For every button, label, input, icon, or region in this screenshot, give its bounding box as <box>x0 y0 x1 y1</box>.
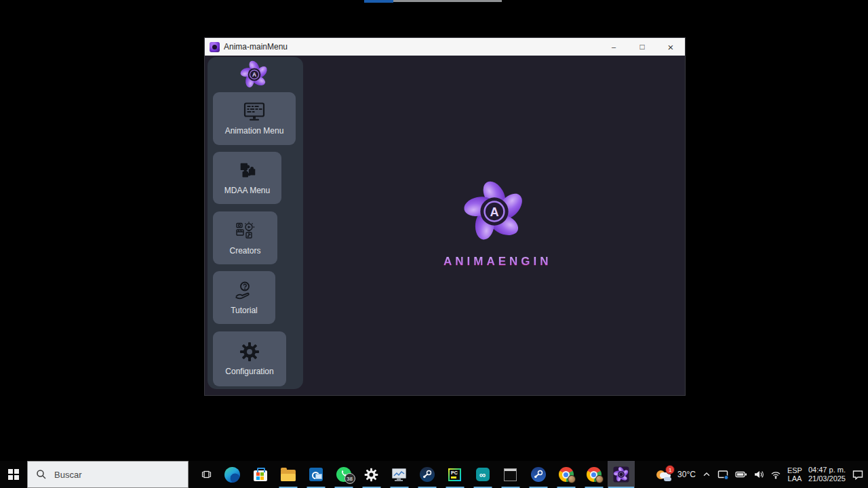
microsoft-store-icon <box>254 470 267 481</box>
taskbar-item-file-explorer[interactable] <box>274 461 302 488</box>
taskbar-item-settings[interactable] <box>357 461 385 488</box>
wifi-icon <box>770 469 781 480</box>
keyboard-layout: LAA <box>787 474 802 483</box>
animation-menu-label: Animation Menu <box>225 126 284 136</box>
anima-logo-large: A <box>462 179 527 244</box>
top-edge-strip-gray <box>393 0 502 2</box>
taskbar-item-edge[interactable] <box>218 461 246 488</box>
configuration-button[interactable]: Configuration <box>213 331 286 386</box>
weather-icon: 1 <box>656 466 673 483</box>
task-view-icon <box>201 469 212 480</box>
taskbar-item-outlook[interactable] <box>302 461 330 488</box>
configuration-label: Configuration <box>225 367 273 376</box>
pc-status-icon <box>717 469 729 480</box>
file-explorer-icon <box>281 470 296 481</box>
chrome-profile-badge <box>568 475 576 483</box>
taskbar-item-chrome[interactable] <box>552 461 580 488</box>
window-content: A Animation Menu <box>205 56 685 395</box>
minimize-button[interactable]: – <box>599 38 628 56</box>
pycharm-icon: PC <box>448 468 461 481</box>
battery-icon <box>735 469 747 480</box>
animation-menu-button[interactable]: Animation Menu <box>213 92 296 145</box>
task-view-button[interactable] <box>193 461 220 488</box>
window-title: Anima-mainMenu <box>224 42 288 52</box>
creators-label: Creators <box>229 246 260 256</box>
language-code: ESP <box>787 466 802 474</box>
taskbar-item-task-manager[interactable] <box>385 461 413 488</box>
edge-icon <box>224 467 240 483</box>
creators-button[interactable]: Creators <box>213 211 277 264</box>
steam-icon <box>420 467 435 482</box>
tray-expand-button[interactable] <box>702 470 711 479</box>
chrome-profile-badge-2 <box>595 475 604 483</box>
tray-battery[interactable] <box>735 469 747 480</box>
taskbar-app-icons: 38 <box>218 461 635 488</box>
settings-gear-icon <box>364 468 378 482</box>
clock[interactable]: 04:47 p. m. 21/03/2025 <box>808 466 846 483</box>
whatsapp-icon: 38 <box>336 467 351 482</box>
start-button[interactable] <box>0 461 27 488</box>
taskbar-item-arduino[interactable]: ∞ <box>469 461 496 488</box>
taskbar-item-whatsapp[interactable]: 38 <box>330 461 357 488</box>
taskbar-search[interactable] <box>27 461 189 488</box>
steam-icon-2 <box>531 467 546 482</box>
taskbar-item-steam[interactable] <box>413 461 441 488</box>
taskbar-item-store[interactable] <box>246 461 274 488</box>
taskbar-item-anima-active[interactable] <box>608 461 635 488</box>
close-button[interactable]: × <box>656 38 685 56</box>
whatsapp-badge: 38 <box>344 473 355 484</box>
mdaa-menu-label: MDAA Menu <box>224 186 270 195</box>
creator-tools-icon <box>234 221 257 241</box>
window-titlebar[interactable]: Anima-mainMenu – □ × <box>205 38 685 56</box>
chrome-icon <box>559 467 574 482</box>
anima-app-icon <box>210 42 220 52</box>
top-edge-strip-blue <box>364 0 393 3</box>
temperature-label: 30°C <box>677 470 696 479</box>
action-center-button[interactable] <box>852 469 864 481</box>
taskbar: 38 <box>0 461 868 488</box>
search-icon <box>36 469 47 480</box>
logo-letter-large: A <box>490 205 498 219</box>
terminal-icon <box>504 468 517 481</box>
gear-icon <box>239 342 260 362</box>
time-label: 04:47 p. m. <box>808 466 846 474</box>
puzzle-icon <box>237 161 258 181</box>
brand-name: ANIMAENGINE <box>440 255 549 268</box>
weather-widget[interactable]: 1 30°C <box>656 466 696 483</box>
arduino-icon: ∞ <box>476 468 490 481</box>
tutorial-label: Tutorial <box>231 306 258 315</box>
tutorial-button[interactable]: Tutorial <box>213 271 275 324</box>
search-input[interactable] <box>53 469 178 481</box>
taskbar-item-chrome-2[interactable] <box>580 461 608 488</box>
tray-volume[interactable] <box>753 469 764 480</box>
outlook-icon <box>309 468 323 481</box>
mdaa-menu-button[interactable]: MDAA Menu <box>213 152 281 204</box>
windows-logo-icon <box>8 469 19 480</box>
task-manager-icon <box>392 468 406 481</box>
taskbar-item-steam-2[interactable] <box>524 461 552 488</box>
language-indicator[interactable]: ESP LAA <box>787 466 802 483</box>
taskbar-item-terminal[interactable] <box>496 461 524 488</box>
tray-pc-status[interactable] <box>717 469 729 480</box>
tray-network[interactable] <box>770 469 781 480</box>
chrome-icon-2 <box>587 467 601 482</box>
speaker-icon <box>753 469 764 480</box>
date-label: 21/03/2025 <box>808 474 846 483</box>
anima-logo-small: A <box>239 60 269 89</box>
monitor-code-icon <box>243 102 266 121</box>
maximize-button[interactable]: □ <box>628 38 656 56</box>
system-tray: 1 30°C <box>656 461 864 488</box>
action-center-icon <box>852 469 864 481</box>
chevron-up-icon <box>702 470 711 479</box>
hand-question-icon <box>233 281 255 301</box>
brand-block: A ANIMAENGINE <box>440 179 549 268</box>
anima-taskbar-icon <box>613 466 629 483</box>
weather-badge: 1 <box>665 465 675 474</box>
taskbar-item-pycharm[interactable]: PC <box>441 461 469 488</box>
anima-main-window: Anima-mainMenu – □ × A <box>205 38 685 395</box>
logo-letter: A <box>252 71 256 78</box>
